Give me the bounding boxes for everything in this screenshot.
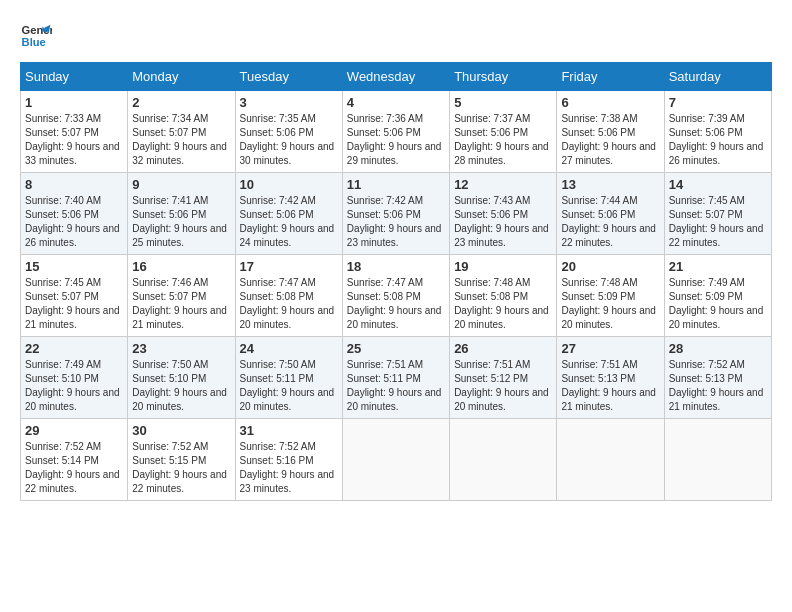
calendar-week-2: 15Sunrise: 7:45 AMSunset: 5:07 PMDayligh… [21,255,772,337]
daylight-text: Daylight: 9 hours and 20 minutes. [240,387,335,412]
calendar-cell: 20Sunrise: 7:48 AMSunset: 5:09 PMDayligh… [557,255,664,337]
daylight-text: Daylight: 9 hours and 29 minutes. [347,141,442,166]
sunset-text: Sunset: 5:06 PM [454,209,528,220]
calendar-cell: 7Sunrise: 7:39 AMSunset: 5:06 PMDaylight… [664,91,771,173]
calendar-cell [342,419,449,501]
day-info: Sunrise: 7:46 AMSunset: 5:07 PMDaylight:… [132,276,230,332]
sunrise-text: Sunrise: 7:45 AM [669,195,745,206]
day-info: Sunrise: 7:41 AMSunset: 5:06 PMDaylight:… [132,194,230,250]
sunrise-text: Sunrise: 7:34 AM [132,113,208,124]
sunset-text: Sunset: 5:13 PM [669,373,743,384]
day-number: 21 [669,259,767,274]
sunrise-text: Sunrise: 7:40 AM [25,195,101,206]
sunset-text: Sunset: 5:13 PM [561,373,635,384]
daylight-text: Daylight: 9 hours and 20 minutes. [669,305,764,330]
day-info: Sunrise: 7:37 AMSunset: 5:06 PMDaylight:… [454,112,552,168]
daylight-text: Daylight: 9 hours and 32 minutes. [132,141,227,166]
svg-text:Blue: Blue [22,36,46,48]
day-info: Sunrise: 7:45 AMSunset: 5:07 PMDaylight:… [669,194,767,250]
day-number: 31 [240,423,338,438]
daylight-text: Daylight: 9 hours and 20 minutes. [347,305,442,330]
calendar-cell: 13Sunrise: 7:44 AMSunset: 5:06 PMDayligh… [557,173,664,255]
calendar-cell: 6Sunrise: 7:38 AMSunset: 5:06 PMDaylight… [557,91,664,173]
day-number: 20 [561,259,659,274]
sunrise-text: Sunrise: 7:44 AM [561,195,637,206]
sunset-text: Sunset: 5:15 PM [132,455,206,466]
day-number: 19 [454,259,552,274]
day-info: Sunrise: 7:51 AMSunset: 5:12 PMDaylight:… [454,358,552,414]
day-number: 3 [240,95,338,110]
calendar-cell: 25Sunrise: 7:51 AMSunset: 5:11 PMDayligh… [342,337,449,419]
calendar-week-1: 8Sunrise: 7:40 AMSunset: 5:06 PMDaylight… [21,173,772,255]
sunset-text: Sunset: 5:07 PM [132,127,206,138]
sunset-text: Sunset: 5:12 PM [454,373,528,384]
sunrise-text: Sunrise: 7:52 AM [669,359,745,370]
day-number: 27 [561,341,659,356]
calendar-cell [664,419,771,501]
daylight-text: Daylight: 9 hours and 25 minutes. [132,223,227,248]
day-info: Sunrise: 7:45 AMSunset: 5:07 PMDaylight:… [25,276,123,332]
sunset-text: Sunset: 5:10 PM [25,373,99,384]
sunset-text: Sunset: 5:06 PM [561,209,635,220]
daylight-text: Daylight: 9 hours and 23 minutes. [347,223,442,248]
day-number: 2 [132,95,230,110]
calendar-cell: 27Sunrise: 7:51 AMSunset: 5:13 PMDayligh… [557,337,664,419]
daylight-text: Daylight: 9 hours and 22 minutes. [25,469,120,494]
calendar-cell: 9Sunrise: 7:41 AMSunset: 5:06 PMDaylight… [128,173,235,255]
day-info: Sunrise: 7:49 AMSunset: 5:10 PMDaylight:… [25,358,123,414]
day-number: 14 [669,177,767,192]
sunset-text: Sunset: 5:07 PM [132,291,206,302]
day-number: 25 [347,341,445,356]
day-number: 17 [240,259,338,274]
sunrise-text: Sunrise: 7:42 AM [240,195,316,206]
daylight-text: Daylight: 9 hours and 23 minutes. [454,223,549,248]
sunset-text: Sunset: 5:06 PM [347,209,421,220]
daylight-text: Daylight: 9 hours and 20 minutes. [347,387,442,412]
day-info: Sunrise: 7:50 AMSunset: 5:10 PMDaylight:… [132,358,230,414]
daylight-text: Daylight: 9 hours and 21 minutes. [132,305,227,330]
day-info: Sunrise: 7:49 AMSunset: 5:09 PMDaylight:… [669,276,767,332]
calendar: SundayMondayTuesdayWednesdayThursdayFrid… [20,62,772,501]
sunrise-text: Sunrise: 7:50 AM [240,359,316,370]
day-number: 22 [25,341,123,356]
calendar-week-0: 1Sunrise: 7:33 AMSunset: 5:07 PMDaylight… [21,91,772,173]
daylight-text: Daylight: 9 hours and 23 minutes. [240,469,335,494]
sunrise-text: Sunrise: 7:45 AM [25,277,101,288]
sunrise-text: Sunrise: 7:37 AM [454,113,530,124]
calendar-cell: 17Sunrise: 7:47 AMSunset: 5:08 PMDayligh… [235,255,342,337]
day-info: Sunrise: 7:52 AMSunset: 5:13 PMDaylight:… [669,358,767,414]
sunrise-text: Sunrise: 7:42 AM [347,195,423,206]
calendar-cell: 18Sunrise: 7:47 AMSunset: 5:08 PMDayligh… [342,255,449,337]
sunset-text: Sunset: 5:11 PM [347,373,421,384]
sunrise-text: Sunrise: 7:36 AM [347,113,423,124]
calendar-cell: 31Sunrise: 7:52 AMSunset: 5:16 PMDayligh… [235,419,342,501]
sunrise-text: Sunrise: 7:51 AM [561,359,637,370]
sunrise-text: Sunrise: 7:51 AM [454,359,530,370]
daylight-text: Daylight: 9 hours and 20 minutes. [454,387,549,412]
calendar-cell: 1Sunrise: 7:33 AMSunset: 5:07 PMDaylight… [21,91,128,173]
sunset-text: Sunset: 5:06 PM [240,209,314,220]
calendar-cell: 11Sunrise: 7:42 AMSunset: 5:06 PMDayligh… [342,173,449,255]
daylight-text: Daylight: 9 hours and 24 minutes. [240,223,335,248]
logo: General Blue [20,20,52,52]
calendar-cell: 22Sunrise: 7:49 AMSunset: 5:10 PMDayligh… [21,337,128,419]
daylight-text: Daylight: 9 hours and 21 minutes. [669,387,764,412]
calendar-header-sunday: Sunday [21,63,128,91]
sunrise-text: Sunrise: 7:49 AM [669,277,745,288]
calendar-cell: 26Sunrise: 7:51 AMSunset: 5:12 PMDayligh… [450,337,557,419]
daylight-text: Daylight: 9 hours and 26 minutes. [25,223,120,248]
sunrise-text: Sunrise: 7:48 AM [561,277,637,288]
day-info: Sunrise: 7:34 AMSunset: 5:07 PMDaylight:… [132,112,230,168]
day-info: Sunrise: 7:43 AMSunset: 5:06 PMDaylight:… [454,194,552,250]
calendar-cell: 3Sunrise: 7:35 AMSunset: 5:06 PMDaylight… [235,91,342,173]
sunset-text: Sunset: 5:10 PM [132,373,206,384]
day-number: 16 [132,259,230,274]
calendar-header-thursday: Thursday [450,63,557,91]
calendar-cell: 8Sunrise: 7:40 AMSunset: 5:06 PMDaylight… [21,173,128,255]
daylight-text: Daylight: 9 hours and 33 minutes. [25,141,120,166]
day-info: Sunrise: 7:47 AMSunset: 5:08 PMDaylight:… [240,276,338,332]
sunrise-text: Sunrise: 7:35 AM [240,113,316,124]
sunrise-text: Sunrise: 7:33 AM [25,113,101,124]
sunset-text: Sunset: 5:09 PM [561,291,635,302]
daylight-text: Daylight: 9 hours and 22 minutes. [669,223,764,248]
